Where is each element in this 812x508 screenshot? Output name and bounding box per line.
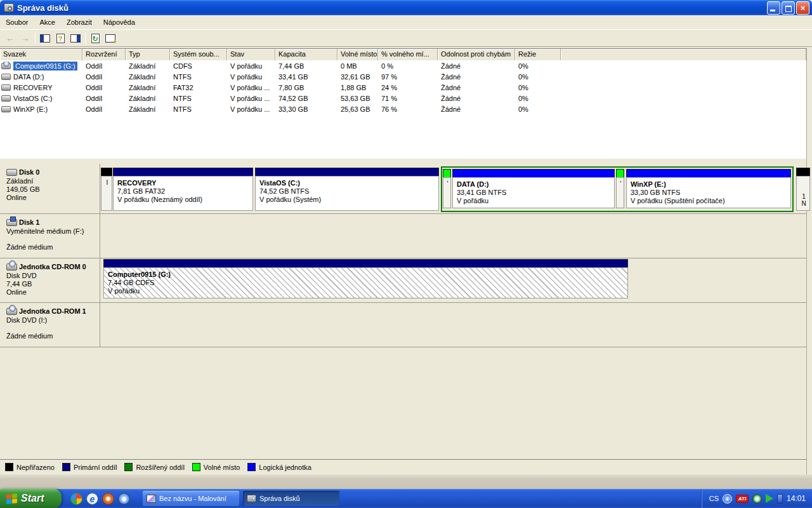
refresh-icon: ↻ [91, 34, 100, 43]
cdrom-volume-icon [1, 63, 11, 69]
volume-status: V pořádku [108, 287, 140, 295]
primary-partition-bar [113, 168, 253, 176]
column-header-svazek[interactable]: Svazek [0, 49, 82, 60]
browser-icon[interactable]: e [118, 493, 130, 505]
volume-row-winxp[interactable]: WinXP (E:) Oddíl Základní NTFS V pořádku… [0, 104, 806, 114]
legend-label: Primární oddíl [74, 464, 117, 471]
play-tray-icon[interactable] [766, 494, 773, 503]
partition-name: DATA (D:) [457, 180, 489, 188]
column-header-rozvrzeni[interactable]: Rozvržení [82, 49, 126, 60]
cell-fs: NTFS [170, 95, 227, 102]
window-bottom-strip [0, 474, 812, 489]
cell-overhead: 0% [515, 62, 561, 70]
free-space-region[interactable]: ' [616, 169, 624, 208]
cdrom-drive-icon [6, 308, 17, 315]
cdrom0-header[interactable]: Jednotka CD-ROM 0 Disk DVD 7,44 GB Onlin… [5, 258, 100, 302]
legend-unallocated: Nepřiřazeno [5, 463, 55, 471]
partition-status: V pořádku (Spuštění počítače) [631, 197, 725, 204]
column-header-kapacita[interactable]: Kapacita [275, 49, 337, 60]
hdd-volume-icon [1, 84, 11, 91]
volume-size: 7,44 GB CDFS [108, 279, 154, 286]
volume-row-vistaos[interactable]: VistaOS (C:) Oddíl Základní NTFS V pořád… [0, 93, 806, 104]
close-button[interactable]: × [796, 1, 809, 15]
cell-layout: Oddíl [82, 95, 126, 102]
show-console-tree-button[interactable] [37, 31, 53, 45]
forward-icon: → [21, 33, 30, 43]
menu-soubor[interactable]: Soubor [0, 16, 34, 29]
disk-list-view-button[interactable] [103, 31, 118, 45]
unallocated-label: N [798, 200, 809, 207]
taskbar-window-paint[interactable]: Bez názvu - Malování [143, 491, 239, 506]
partition-size: 33,30 GB NTFS [631, 189, 680, 196]
partition-name: WinXP (E:) [631, 180, 666, 188]
media-player-icon[interactable] [102, 493, 114, 505]
console-tree-icon [40, 34, 50, 43]
volume-computer0915-region[interactable]: Computer0915 (G:) 7,44 GB CDFS V pořádku [103, 259, 628, 298]
menu-akce[interactable]: Akce [34, 16, 60, 29]
volume-name: DATA (D:) [13, 73, 44, 81]
unallocated-region[interactable]: 1 N [796, 168, 810, 211]
back-button[interactable]: ← [3, 31, 18, 45]
chrome-icon[interactable] [70, 493, 82, 505]
ati-tray-icon[interactable]: ATI [736, 495, 749, 503]
partition-name: RECOVERY [117, 179, 156, 187]
volume-row-recovery[interactable]: RECOVERY Oddíl Základní FAT32 V pořádku … [0, 82, 806, 93]
free-space-region[interactable]: ' [443, 169, 451, 208]
column-header-typ[interactable]: Typ [126, 49, 170, 60]
battery-tray-icon[interactable] [777, 494, 783, 504]
partition-recovery[interactable]: RECOVERY 7,81 GB FAT32 V pořádku (Neznám… [113, 168, 253, 211]
taskbar-window-disk-management[interactable]: Správa disků [243, 491, 339, 506]
hdd-volume-icon [1, 95, 11, 102]
disk0-header[interactable]: Disk 0 Základní 149,05 GB Online [5, 164, 100, 213]
unallocated-region[interactable]: I [101, 168, 112, 211]
disk1-graph [100, 214, 802, 258]
minimize-button[interactable] [767, 1, 780, 15]
column-header-odolnost[interactable]: Odolnost proti chybám [438, 49, 515, 60]
extended-partition-frame[interactable]: ' DATA (D:) 33,41 GB NTFS V pořádku ' [441, 166, 794, 212]
cell-type: Základní [126, 73, 170, 81]
cell-capacity: 33,41 GB [275, 73, 337, 81]
cell-status: V pořádku [227, 62, 275, 70]
start-button[interactable]: Start [0, 489, 62, 508]
column-header-system-souboru[interactable]: Systém soub... [170, 49, 227, 60]
green-status-tray-icon[interactable] [752, 494, 762, 504]
internet-explorer-icon[interactable]: e [86, 493, 98, 505]
column-header-pct-volneho[interactable]: % volného mí... [378, 49, 438, 60]
forward-button[interactable]: → [18, 31, 33, 45]
disk-name: Disk 0 [19, 168, 39, 177]
taskbar: Start e e Bez názvu - Malování Správa di… [0, 489, 812, 508]
show-action-pane-button[interactable] [68, 31, 83, 45]
hide-icons-chevron-icon[interactable]: ‹ [723, 494, 732, 504]
column-header-stav[interactable]: Stav [227, 49, 275, 60]
disk-capacity: 7,44 GB [6, 280, 100, 288]
column-header-rezie[interactable]: Režie [515, 49, 561, 60]
free-space-label: ' [445, 180, 450, 187]
cell-fault-tolerance: Žádné [438, 62, 515, 70]
menu-zobrazit[interactable]: Zobrazit [61, 16, 98, 29]
help-button[interactable]: ? [53, 31, 68, 45]
disk-status: Online [6, 288, 100, 297]
toolbar: ← → ? ↻ [0, 30, 812, 47]
restore-button[interactable] [782, 1, 795, 15]
menu-napoveda[interactable]: Nápověda [98, 16, 141, 29]
cell-pct-free: 97 % [378, 73, 438, 81]
cell-fs: NTFS [170, 105, 227, 113]
volume-row-data[interactable]: DATA (D:) Oddíl Základní NTFS V pořádku … [0, 71, 806, 82]
cell-layout: Oddíl [82, 84, 126, 91]
start-label: Start [21, 493, 44, 504]
refresh-button[interactable]: ↻ [88, 31, 103, 45]
cell-free: 25,63 GB [337, 105, 378, 113]
volume-row-computer0915[interactable]: Computer0915 (G:) Oddíl Základní CDFS V … [0, 60, 806, 71]
partition-size: 74,52 GB NTFS [259, 187, 309, 195]
disk-status: Žádné médium [6, 332, 100, 340]
cell-fs: NTFS [170, 73, 227, 81]
cdrom1-header[interactable]: Jednotka CD-ROM 1 Disk DVD (I:) Žádné mé… [5, 303, 100, 347]
language-indicator[interactable]: CS [709, 495, 719, 502]
volume-name-selected: Computer0915 (G:) [13, 62, 77, 70]
disk1-header[interactable]: Disk 1 Vyměnitelné médium (F:) Žádné méd… [5, 214, 100, 258]
column-header-volne-misto[interactable]: Volné místo [337, 49, 378, 60]
partition-data[interactable]: DATA (D:) 33,41 GB NTFS V pořádku [452, 169, 615, 208]
partition-winxp[interactable]: WinXP (E:) 33,30 GB NTFS V pořádku (Spuš… [626, 169, 791, 208]
partition-vistaos[interactable]: VistaOS (C:) 74,52 GB NTFS V pořádku (Sy… [255, 168, 439, 211]
legend-swatch-primary [62, 463, 70, 471]
